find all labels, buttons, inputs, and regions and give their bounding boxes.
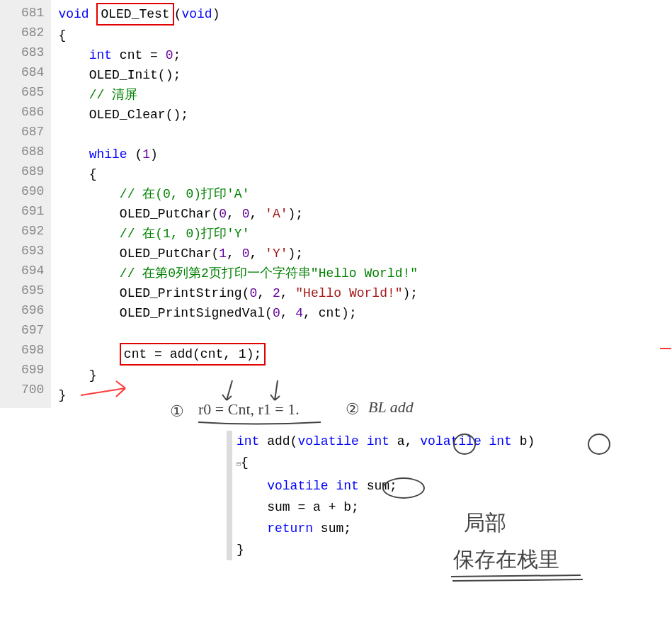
code-line: // 在(0, 0)打印'A' — [58, 184, 418, 204]
main-code-block: 6816826836846856866876886896906916926936… — [0, 0, 672, 408]
code-line: { — [58, 26, 418, 45]
line-number: 689 — [21, 162, 44, 181]
line-number: 699 — [21, 360, 44, 380]
code-line: // 清屏 — [58, 85, 418, 105]
code-line: // 在(1, 0)打印'Y' — [58, 224, 418, 244]
code-line: OLED_Init(); — [58, 65, 418, 85]
code-line: OLED_PrintSignedVal(0, 4, cnt); — [58, 303, 418, 323]
code-line: } — [58, 366, 418, 385]
line-number: 682 — [21, 23, 44, 43]
line-gutter: 6816826836846856866876886896906916926936… — [0, 0, 51, 408]
highlighted-call: cnt = add(cnt, 1); — [120, 343, 266, 366]
underline-1 — [197, 419, 338, 429]
line-number: 700 — [21, 380, 44, 400]
code-line: while (1) — [58, 145, 418, 164]
line-number: 698 — [21, 340, 44, 360]
code-line: int cnt = 0; — [58, 45, 418, 65]
code-line: } — [58, 385, 418, 405]
param-b: b — [520, 434, 528, 448]
line-number: 692 — [21, 221, 44, 241]
code-line: // 在第0列第2页打印一个字符串"Hello World!" — [58, 264, 418, 283]
code-line: OLED_PutChar(1, 0, 'Y'); — [58, 244, 418, 264]
line-number: 686 — [21, 102, 44, 122]
line-number: 688 — [21, 142, 44, 162]
line-number: 691 — [21, 201, 44, 221]
code-line: OLED_Clear(); — [58, 105, 418, 125]
add-sig-line: int add(volatile int a, volatile int b) — [237, 431, 535, 452]
line-number: 685 — [21, 82, 44, 102]
code-line — [58, 125, 418, 145]
line-number: 687 — [21, 122, 44, 142]
add-function-block: int add(volatile int a, volatile int b) … — [227, 431, 535, 560]
code-line: void OLED_Test(void) — [58, 3, 418, 26]
code-line: OLED_PutChar(0, 0, 'A'); — [58, 204, 418, 224]
line-number: 695 — [21, 281, 44, 300]
code-line: OLED_PrintString(0, 2, "Hello World!"); — [58, 283, 418, 303]
line-number: 693 — [21, 241, 44, 261]
line-number: 690 — [21, 181, 44, 201]
underline-2 — [450, 574, 591, 585]
line-number: 683 — [21, 43, 44, 62]
line-number: 696 — [21, 300, 44, 320]
circle-sum — [382, 477, 425, 499]
highlighted-fn-name: OLED_Test — [96, 3, 173, 26]
param-a: a — [397, 434, 405, 448]
line-number: 684 — [21, 62, 44, 82]
line-number: 694 — [21, 261, 44, 281]
line-number: 681 — [21, 3, 44, 23]
code-line — [58, 323, 418, 343]
line-number: 697 — [21, 320, 44, 340]
code-line: cnt = add(cnt, 1); — [58, 343, 418, 366]
code-line: { — [58, 164, 418, 184]
code-body: void OLED_Test(void){ int cnt = 0; OLED_… — [51, 0, 418, 408]
circle-a — [453, 434, 476, 455]
circle-b — [588, 434, 610, 455]
